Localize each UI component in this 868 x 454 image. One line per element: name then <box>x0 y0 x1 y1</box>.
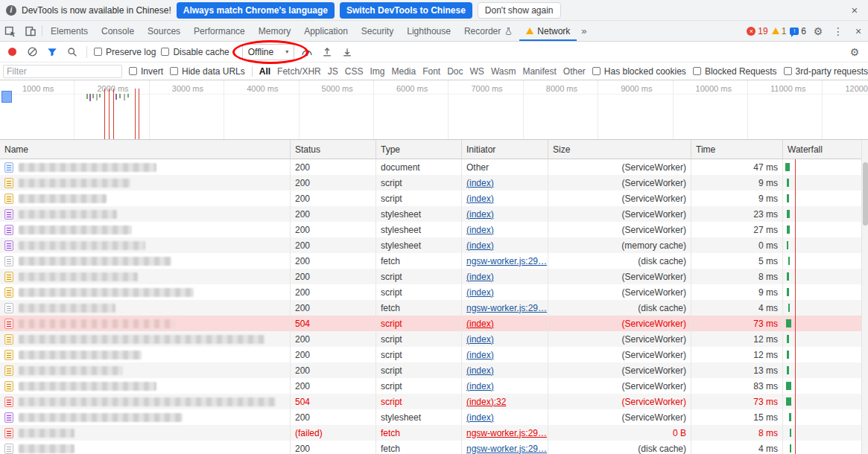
request-row[interactable]: 200script(index)(ServiceWorker)12 ms <box>0 331 868 347</box>
initiator-link[interactable]: ngsw-worker.js:29… <box>466 444 547 454</box>
type-filter-other[interactable]: Other <box>563 66 586 77</box>
type-filter-all[interactable]: All <box>259 66 270 77</box>
kebab-menu-icon[interactable]: ⋮ <box>830 25 846 37</box>
issues-badge[interactable]: ! 6 <box>790 26 806 36</box>
tab-performance[interactable]: Performance <box>187 21 252 41</box>
clear-icon[interactable] <box>25 45 39 60</box>
device-toolbar-icon[interactable] <box>20 21 40 41</box>
request-row[interactable]: 504script(index)(ServiceWorker)73 ms <box>0 316 868 331</box>
initiator-link[interactable]: (index) <box>466 272 494 282</box>
request-row[interactable]: 200script(index)(ServiceWorker)9 ms <box>0 284 868 300</box>
warning-badge[interactable]: 1 <box>772 26 787 36</box>
switch-devtools-chinese-button[interactable]: Switch DevTools to Chinese <box>340 2 472 19</box>
scrollbar-thumb[interactable] <box>863 162 868 226</box>
request-row[interactable]: 200script(index)(ServiceWorker)8 ms <box>0 269 868 284</box>
hide-data-urls-checkbox[interactable] <box>170 67 178 75</box>
column-header-name[interactable]: Name <box>0 140 290 159</box>
column-header-waterfall[interactable]: Waterfall <box>782 140 868 159</box>
request-row[interactable]: 200stylesheet(index)(ServiceWorker)23 ms <box>0 206 868 222</box>
close-devtools-icon[interactable]: × <box>850 25 867 37</box>
tab-security[interactable]: Security <box>355 21 400 41</box>
request-row[interactable]: 200stylesheet(index)(ServiceWorker)27 ms <box>0 222 868 237</box>
third-party-checkbox[interactable] <box>784 67 792 75</box>
tab-application[interactable]: Application <box>297 21 355 41</box>
search-icon[interactable] <box>65 45 80 60</box>
hide-data-urls-toggle[interactable]: Hide data URLs <box>170 66 245 77</box>
type-filter-img[interactable]: Img <box>370 66 384 77</box>
preserve-log-checkbox[interactable] <box>94 48 102 56</box>
tab-memory[interactable]: Memory <box>252 21 297 41</box>
initiator-link[interactable]: (index) <box>466 365 494 376</box>
initiator-link[interactable]: (index):32 <box>466 397 506 407</box>
filter-input[interactable] <box>3 65 122 78</box>
tab-lighthouse[interactable]: Lighthouse <box>400 21 457 41</box>
export-har-icon[interactable] <box>340 45 355 60</box>
column-header-size[interactable]: Size <box>548 140 691 159</box>
tab-sources[interactable]: Sources <box>141 21 187 41</box>
invert-checkbox[interactable] <box>129 67 137 75</box>
initiator-link[interactable]: (index) <box>466 287 494 298</box>
request-row[interactable]: 200script(index)(ServiceWorker)9 ms <box>0 175 868 191</box>
filter-funnel-icon[interactable] <box>45 45 60 60</box>
more-tabs-icon[interactable]: » <box>577 21 591 41</box>
import-har-icon[interactable] <box>320 45 335 60</box>
request-row[interactable]: 200stylesheet(index)(ServiceWorker)15 ms <box>0 409 868 425</box>
tab-recorder[interactable]: Recorder <box>457 21 519 41</box>
initiator-link[interactable]: (index) <box>466 225 494 235</box>
request-row[interactable]: 200script(index)(ServiceWorker)13 ms <box>0 362 868 378</box>
error-badge[interactable]: × 19 <box>747 26 767 36</box>
type-filter-css[interactable]: CSS <box>345 66 364 77</box>
request-row[interactable]: 200documentOther(ServiceWorker)47 ms <box>0 159 868 175</box>
request-row[interactable]: 200stylesheet(index)(memory cache)0 ms <box>0 237 868 253</box>
initiator-link[interactable]: (index) <box>466 209 494 220</box>
blocked-requests-checkbox[interactable] <box>693 67 701 75</box>
initiator-link[interactable]: ngsw-worker.js:29… <box>466 428 547 438</box>
has-blocked-cookies-toggle[interactable]: Has blocked cookies <box>592 66 686 77</box>
column-header-status[interactable]: Status <box>290 140 376 159</box>
request-row[interactable]: 200script(index)(ServiceWorker)9 ms <box>0 191 868 206</box>
initiator-link[interactable]: ngsw-worker.js:29… <box>466 303 547 313</box>
overview-timeline[interactable]: 1000 ms2000 ms3000 ms4000 ms5000 ms6000 … <box>0 80 868 140</box>
disable-cache-checkbox[interactable] <box>161 48 169 56</box>
column-header-initiator[interactable]: Initiator <box>461 140 548 159</box>
initiator-link[interactable]: (index) <box>466 350 494 360</box>
initiator-link[interactable]: (index) <box>466 412 494 423</box>
type-filter-wasm[interactable]: Wasm <box>491 66 516 77</box>
tab-elements[interactable]: Elements <box>44 21 95 41</box>
initiator-link[interactable]: ngsw-worker.js:29… <box>466 256 547 266</box>
blocked-requests-toggle[interactable]: Blocked Requests <box>693 66 777 77</box>
column-header-type[interactable]: Type <box>376 140 461 159</box>
type-filter-js[interactable]: JS <box>328 66 338 77</box>
initiator-link[interactable]: (index) <box>466 381 494 391</box>
record-button[interactable] <box>8 48 16 56</box>
request-row[interactable]: 200script(index)(ServiceWorker)83 ms <box>0 378 868 394</box>
close-notification-icon[interactable]: × <box>847 4 862 16</box>
match-chrome-language-button[interactable]: Always match Chrome's language <box>177 2 335 19</box>
type-filter-manifest[interactable]: Manifest <box>522 66 556 77</box>
network-conditions-icon[interactable] <box>300 45 314 60</box>
has-blocked-cookies-checkbox[interactable] <box>592 67 601 75</box>
request-row[interactable]: 200script(index)(ServiceWorker)12 ms <box>0 347 868 362</box>
type-filter-fetch-xhr[interactable]: Fetch/XHR <box>277 66 321 77</box>
preserve-log-toggle[interactable]: Preserve log <box>94 47 156 57</box>
dont-show-again-button[interactable]: Don't show again <box>478 2 561 19</box>
disable-cache-toggle[interactable]: Disable cache <box>161 47 229 57</box>
scrollbar[interactable] <box>861 140 868 454</box>
initiator-link[interactable]: (index) <box>466 334 494 345</box>
type-filter-media[interactable]: Media <box>391 66 416 77</box>
tab-console[interactable]: Console <box>95 21 141 41</box>
initiator-link[interactable]: (index) <box>466 194 494 204</box>
invert-toggle[interactable]: Invert <box>129 66 163 77</box>
column-header-time[interactable]: Time <box>691 140 782 159</box>
initiator-link[interactable]: (index) <box>466 178 494 188</box>
type-filter-font[interactable]: Font <box>422 66 440 77</box>
inspect-element-icon[interactable] <box>0 21 20 41</box>
third-party-toggle[interactable]: 3rd-party requests <box>784 66 868 77</box>
initiator-link[interactable]: (index) <box>466 240 494 251</box>
request-row[interactable]: 200fetchngsw-worker.js:29…(disk cache)4 … <box>0 300 868 316</box>
type-filter-ws[interactable]: WS <box>470 66 484 77</box>
request-row[interactable]: 200fetchngsw-worker.js:29…(disk cache)4 … <box>0 441 868 454</box>
throttling-select[interactable]: Offline ▾ <box>242 44 294 60</box>
initiator-link[interactable]: (index) <box>466 319 494 329</box>
overview-selection[interactable] <box>1 91 12 103</box>
